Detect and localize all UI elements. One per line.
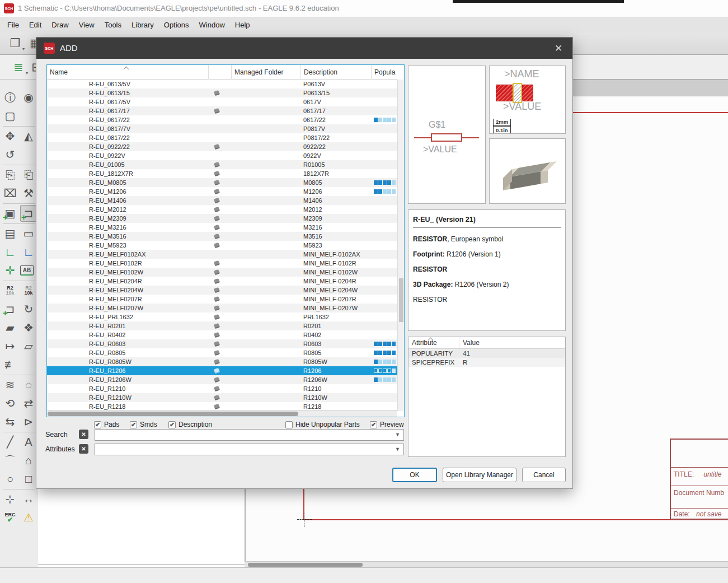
table-row[interactable]: R-EU_MELF0102WMINI_MELF-0102W <box>47 268 397 277</box>
table-row-selected[interactable]: R-EU_R1206R1206 <box>47 366 397 375</box>
table-row[interactable]: R-EU_0922/220922/22 <box>47 142 397 151</box>
clear-attributes-button[interactable]: ✕ <box>79 444 88 454</box>
cancel-button[interactable]: Cancel <box>522 468 566 482</box>
package-icon[interactable]: ▭ <box>20 225 37 242</box>
checkbox-box[interactable]: ✔ <box>130 421 137 428</box>
checkbox-smds[interactable]: ✔Smds <box>130 421 157 428</box>
table-row[interactable]: R-EU_R0805R0805 <box>47 348 397 357</box>
table-row[interactable]: R-EU_MELF0207WMINI_MELF-0207W <box>47 304 397 313</box>
name-icon[interactable]: R210k <box>2 282 18 299</box>
table-row[interactable]: R-EU_M2309M2309 <box>47 214 397 223</box>
attribute-column-header[interactable]: Attribute <box>412 337 437 348</box>
table-row[interactable]: R-EU_0617/5V0617V <box>47 97 397 106</box>
pin-icon[interactable]: ↦ <box>2 338 18 355</box>
canvas-scroll-thumb[interactable] <box>248 563 363 567</box>
table-row[interactable]: R-EU_1812X7R1812X7R <box>47 169 397 178</box>
errors-icon[interactable]: ⚠ <box>20 509 37 526</box>
column-header-description[interactable]: Description <box>301 65 372 80</box>
value-icon[interactable]: R210k <box>20 282 37 299</box>
column-header-popularity[interactable]: Popula <box>372 65 397 80</box>
value-column-header[interactable]: Value <box>463 337 480 348</box>
menu-item-help[interactable]: Help <box>230 18 255 31</box>
paste-icon[interactable]: ⎗ <box>20 166 37 183</box>
table-row[interactable]: R-EU_M3516M3516 <box>47 232 397 241</box>
arc-icon[interactable]: ⌒ <box>2 452 18 469</box>
table-row[interactable]: R-EU_M0805M0805 <box>47 178 397 187</box>
table-row[interactable]: R-EU_0817/7VP0817V <box>47 124 397 133</box>
chevron-down-icon[interactable]: ▼ <box>395 446 400 452</box>
menu-item-file[interactable]: File <box>2 18 24 31</box>
table-row[interactable]: R-EU_0817/22P0817/22 <box>47 133 397 142</box>
table-row[interactable]: R-EU_M5923M5923 <box>47 241 397 250</box>
miter-icon[interactable]: ▱ <box>20 338 37 355</box>
select-icon[interactable]: ▢ <box>2 108 18 124</box>
column-header-footprint[interactable] <box>209 65 232 80</box>
table-row[interactable]: R-EU_R1206WR1206W <box>47 375 397 384</box>
menu-item-tools[interactable]: Tools <box>100 18 126 31</box>
add-device-icon[interactable]: ⊐+ <box>20 205 37 222</box>
attributes-input[interactable]: ▼ <box>95 444 404 455</box>
close-icon[interactable]: ✕ <box>552 43 565 55</box>
menu-item-edit[interactable]: Edit <box>24 18 46 31</box>
canvas-horizontal-scrollbar[interactable] <box>245 561 728 567</box>
attribute-icon[interactable]: ❖ <box>20 319 37 336</box>
checkbox-box[interactable]: ✔ <box>168 421 176 428</box>
table-row[interactable]: R-EU_0922V0922V <box>47 151 397 160</box>
move-icon[interactable]: ✥ <box>2 128 18 144</box>
checkbox-box[interactable]: ✔ <box>94 421 101 428</box>
checkbox-hide-unpopular-parts[interactable]: Hide Unpopular Parts <box>285 421 360 428</box>
vertical-scroll-thumb[interactable] <box>399 278 403 322</box>
smash-icon[interactable]: ▰ <box>2 319 18 336</box>
open-library-manager-button[interactable]: Open Library Manager <box>443 468 516 482</box>
chevron-down-icon[interactable]: ▼ <box>395 432 400 437</box>
route-icon[interactable]: ≋ <box>2 376 18 393</box>
table-row[interactable]: R-EU_R0805WR0805W <box>47 357 397 366</box>
menu-item-library[interactable]: Library <box>126 18 159 31</box>
table-row[interactable]: R-EU_01005R01005 <box>47 160 397 169</box>
net-icon[interactable]: ∟ <box>2 244 18 260</box>
table-row[interactable]: R-EU_MELF0102RMINI_MELF-0102R <box>47 259 397 268</box>
rect-icon[interactable]: □ <box>20 470 37 487</box>
circle-icon[interactable]: ○ <box>2 470 18 487</box>
table-row[interactable]: R-EU_M2012M2012 <box>47 205 397 214</box>
pinswap-icon[interactable]: ⇄ <box>20 395 37 412</box>
polygon-icon[interactable]: ⌂ <box>20 452 37 469</box>
netclass-icon[interactable]: ≢ <box>2 356 18 373</box>
table-row[interactable]: R-EU_0613/15P0613/15 <box>47 88 397 97</box>
replace-icon[interactable]: ▤ <box>2 225 18 242</box>
dimension-icon[interactable]: ↔ <box>20 491 37 507</box>
fix-icon[interactable]: ⚒ <box>20 185 37 202</box>
ok-button[interactable]: OK <box>392 468 437 482</box>
via-icon[interactable]: ◌ <box>20 376 37 393</box>
table-row[interactable]: R-EU_R0201R0201 <box>47 321 397 330</box>
checkbox-pads[interactable]: ✔Pads <box>94 421 119 428</box>
table-row[interactable]: R-EU_M1406M1406 <box>47 196 397 205</box>
change-icon[interactable]: ↻ <box>20 301 37 318</box>
column-header-managed-folder[interactable]: Managed Folder <box>232 65 301 80</box>
delete-icon[interactable]: ⌧ <box>2 185 18 202</box>
table-row[interactable]: R-EU_R1210WR1210W <box>47 393 397 402</box>
checkbox-box[interactable]: ✔ <box>370 421 377 428</box>
add-dialog-titlebar[interactable]: SCH ADD ✕ <box>36 38 572 59</box>
layers-icon[interactable]: ≣▾ <box>10 59 27 76</box>
table-row[interactable]: R-EU_0613/5VP0613V <box>47 80 397 88</box>
menu-item-draw[interactable]: Draw <box>46 18 73 31</box>
menu-item-window[interactable]: Window <box>194 18 230 31</box>
gateswap-icon[interactable]: ⟲ <box>2 395 18 412</box>
table-row[interactable]: R-EU_0617/220617/22 <box>47 115 397 124</box>
line-icon[interactable]: ╱ <box>2 433 18 450</box>
checkbox-box[interactable] <box>285 421 293 428</box>
show-icon[interactable]: ◉ <box>20 89 37 106</box>
shove-icon[interactable]: ⇆ <box>2 413 18 430</box>
table-row[interactable]: R-EU_MELF0207RMINI_MELF-0207R <box>47 295 397 304</box>
table-row[interactable]: R-EU_R1210R1210 <box>47 384 397 393</box>
add-part-icon[interactable]: ▣+ <box>2 205 18 222</box>
mark-icon[interactable]: ⊹ <box>2 491 18 507</box>
parts-horizontal-scrollbar[interactable] <box>47 410 397 417</box>
open-file-icon[interactable]: ❐▾ <box>7 35 24 52</box>
attribute-row[interactable]: POPULARITY41 <box>408 349 565 358</box>
menu-item-options[interactable]: Options <box>159 18 194 31</box>
checkbox-description[interactable]: ✔Description <box>168 421 212 428</box>
checkbox-preview[interactable]: ✔Preview <box>370 421 404 428</box>
table-row[interactable]: R-EU_MELF0102AXMINI_MELF-0102AX <box>47 250 397 259</box>
